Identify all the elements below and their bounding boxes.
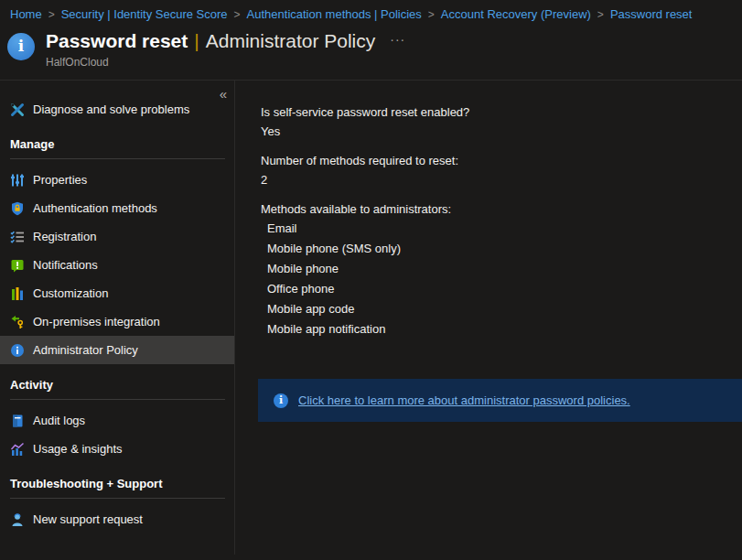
page-title: Password reset|Administrator Policy — [46, 29, 375, 53]
customization-bars-icon — [10, 286, 25, 301]
section-divider — [10, 399, 225, 400]
section-divider — [10, 158, 225, 159]
sidebar-item-administrator-policy[interactable]: Administrator Policy — [0, 336, 234, 364]
sidebar-item-notifications[interactable]: Notifications — [0, 251, 234, 279]
sidebar-item-label: Audit logs — [33, 414, 85, 427]
sidebar-item-audit-logs[interactable]: Audit logs — [0, 406, 234, 435]
support-person-icon — [10, 512, 25, 527]
breadcrumb-home[interactable]: Home — [10, 7, 42, 21]
usage-insights-chart-icon — [10, 442, 25, 457]
sidebar-item-diagnose-and-solve-problems[interactable]: Diagnose and solve problems — [0, 95, 234, 124]
title-pipe-separator: | — [188, 30, 205, 51]
sidebar-item-label: On-premises integration — [33, 315, 160, 328]
sidebar-item-label: Registration — [33, 230, 96, 243]
sidebar-item-customization[interactable]: Customization — [0, 279, 234, 307]
sidebar-section-activity: Activity — [10, 378, 234, 397]
diagnose-tools-icon — [10, 102, 25, 117]
sidebar-item-properties[interactable]: Properties — [0, 166, 234, 194]
methods-required-block: Number of methods required to reset: 2 — [261, 151, 742, 189]
sidebar-item-label: Diagnose and solve problems — [33, 102, 189, 116]
methods-available-label: Methods available to administrators: — [261, 199, 742, 219]
sidebar-item-label: New support request — [33, 512, 143, 526]
directory-name: HalfOnCloud — [46, 56, 405, 69]
sspr-enabled-value: Yes — [261, 122, 742, 141]
sidebar-item-label: Properties — [33, 173, 87, 187]
more-commands-icon[interactable]: ··· — [390, 32, 405, 47]
info-circle-icon — [10, 343, 25, 358]
methods-required-value: 2 — [261, 170, 742, 189]
sidebar-item-label: Customization — [33, 286, 108, 300]
info-circle-icon: i — [7, 33, 35, 60]
shield-lock-icon — [10, 201, 25, 216]
page-header: i Password reset|Administrator Policy ··… — [0, 21, 742, 69]
audit-journal-icon — [10, 414, 25, 428]
breadcrumb-separator: > — [234, 8, 241, 21]
onprem-sync-key-icon — [10, 315, 25, 329]
section-divider — [10, 498, 225, 499]
method-item-mobile-app-notification: Mobile app notification — [267, 319, 742, 339]
methods-list: Email Mobile phone (SMS only) Mobile pho… — [267, 219, 742, 339]
breadcrumb-separator: > — [597, 8, 604, 21]
method-item-email: Email — [267, 219, 742, 239]
method-item-mobile-phone-sms-only: Mobile phone (SMS only) — [267, 239, 742, 259]
admin-password-policies-learn-more-link[interactable]: Click here to learn more about administr… — [298, 393, 630, 407]
breadcrumb: Home > Security | Identity Secure Score … — [0, 0, 742, 21]
sidebar-item-new-support-request[interactable]: New support request — [0, 505, 234, 533]
sidebar-item-usage-insights[interactable]: Usage & insights — [0, 435, 234, 463]
title-block: Password reset|Administrator Policy ··· … — [46, 29, 405, 69]
info-banner: i Click here to learn more about adminis… — [258, 379, 742, 422]
breadcrumb-account-recovery[interactable]: Account Recovery (Preview) — [441, 7, 591, 21]
sidebar-section-troubleshooting-support: Troubleshooting + Support — [10, 477, 234, 496]
properties-sliders-icon — [10, 173, 25, 188]
notifications-icon — [10, 258, 25, 273]
breadcrumb-separator: > — [48, 8, 55, 21]
method-item-office-phone: Office phone — [267, 279, 742, 299]
breadcrumb-security-secure-score[interactable]: Security | Identity Secure Score — [61, 7, 228, 21]
sidebar-item-registration[interactable]: Registration — [0, 222, 234, 251]
breadcrumb-separator: > — [428, 8, 435, 21]
sidebar-item-on-premises-integration[interactable]: On-premises integration — [0, 307, 234, 336]
breadcrumb-password-reset[interactable]: Password reset — [610, 7, 693, 21]
sspr-enabled-block: Is self-service password reset enabled? … — [261, 102, 742, 141]
sidebar: « Diagnose and solve problems Manage — [0, 81, 235, 555]
sspr-enabled-question: Is self-service password reset enabled? — [261, 102, 742, 122]
sidebar-item-authentication-methods[interactable]: Authentication methods — [0, 194, 234, 222]
sidebar-section-manage: Manage — [10, 137, 234, 156]
sidebar-collapse-icon[interactable]: « — [220, 86, 227, 102]
method-item-mobile-app-code: Mobile app code — [267, 299, 742, 319]
page-title-primary: Password reset — [46, 30, 188, 51]
page-title-secondary: Administrator Policy — [206, 30, 376, 51]
method-item-mobile-phone: Mobile phone — [267, 259, 742, 279]
sidebar-item-label: Administrator Policy — [33, 343, 138, 357]
info-glyph: i — [18, 38, 24, 54]
sidebar-item-label: Notifications — [33, 258, 98, 272]
breadcrumb-auth-methods-policies[interactable]: Authentication methods | Policies — [247, 7, 422, 21]
sidebar-item-label: Authentication methods — [33, 201, 157, 215]
main-content: Is self-service password reset enabled? … — [235, 81, 742, 555]
methods-required-question: Number of methods required to reset: — [261, 151, 742, 170]
sidebar-item-label: Usage & insights — [33, 442, 123, 456]
info-circle-icon: i — [274, 393, 288, 408]
registration-checklist-icon — [10, 230, 25, 244]
